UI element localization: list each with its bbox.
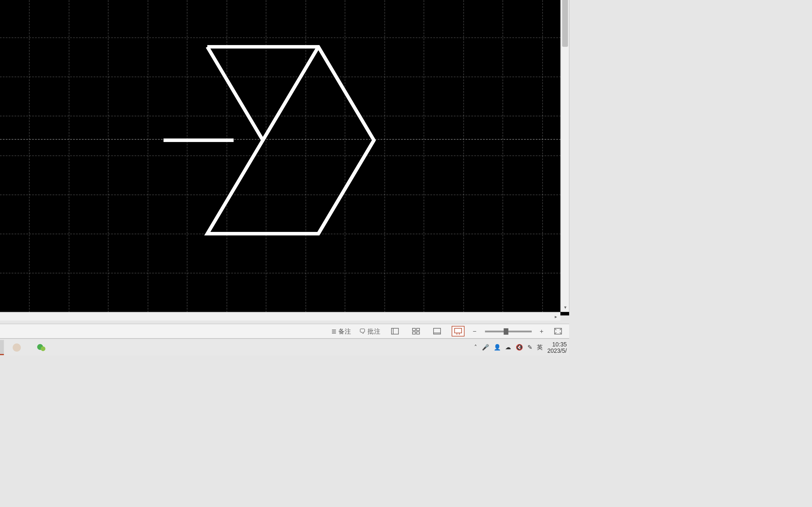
svg-point-68 <box>41 346 45 351</box>
zoom-in-button[interactable]: + <box>540 328 544 335</box>
powerpoint-taskbar-button[interactable]: P <box>0 340 4 355</box>
svg-rect-44 <box>417 332 419 334</box>
exo-logo-shape[interactable] <box>163 41 386 240</box>
app-taskbar-button-6[interactable] <box>5 340 29 355</box>
slide-canvas[interactable] <box>0 0 569 316</box>
svg-line-35 <box>263 47 318 140</box>
scroll-thumb-v[interactable] <box>562 0 568 47</box>
svg-rect-39 <box>392 328 399 334</box>
scroll-down-button[interactable]: ▾ <box>561 303 569 312</box>
tray-date[interactable]: 2023/5/ <box>547 347 567 353</box>
svg-rect-42 <box>417 328 419 331</box>
fit-to-window-button[interactable] <box>552 326 565 337</box>
svg-line-36 <box>318 140 374 233</box>
reading-view-button[interactable] <box>431 326 444 337</box>
system-tray: ˄ 🎤 👤 ☁ 🔇 ✎ 英 10:35 2023/5/ <box>474 341 567 354</box>
main-area: EXO EXO 秀珉 XIUMIN SUHO BAEK HYUN CHEN 98… <box>0 0 569 321</box>
wechat-taskbar-button[interactable] <box>30 340 53 355</box>
normal-view-button[interactable] <box>389 326 402 337</box>
svg-rect-43 <box>413 332 415 334</box>
svg-rect-41 <box>413 328 415 331</box>
slideshow-view-button[interactable] <box>452 326 465 337</box>
sorter-view-button[interactable] <box>410 326 423 337</box>
comments-button[interactable]: 🗨 批注 <box>359 327 380 335</box>
canvas-area: 1615141312111098765432101234567891011121… <box>0 0 569 321</box>
svg-rect-47 <box>455 328 462 333</box>
ime-indicator[interactable]: 英 <box>537 343 543 351</box>
tray-chevron-icon[interactable]: ˄ <box>474 344 477 350</box>
scroll-right-button[interactable]: ▸ <box>552 313 560 321</box>
zoom-out-button[interactable]: − <box>473 328 476 335</box>
tray-volume-icon[interactable]: 🔇 <box>516 344 523 350</box>
notes-button[interactable]: ≣ 备注 <box>331 327 351 335</box>
tray-icon-3[interactable]: ☁ <box>505 344 511 350</box>
scrollbar-horizontal[interactable]: ◂ ▸ <box>0 312 560 321</box>
status-bar: 张，共 25 张 中文(简体，中国大陆) 辅助功能: 调查 ≣ 备注 🗨 批注 … <box>0 324 569 338</box>
tray-time[interactable]: 10:35 <box>547 341 567 347</box>
windows-taskbar: W P ˄ 🎤 👤 ☁ 🔇 ✎ 英 10:35 2023/5/ <box>0 338 569 356</box>
tray-icon-1[interactable]: 🎤 <box>482 344 489 350</box>
tray-icon-2[interactable]: 👤 <box>494 344 501 350</box>
zoom-slider-thumb[interactable] <box>504 328 508 334</box>
zoom-slider[interactable] <box>485 330 531 332</box>
svg-point-66 <box>13 343 21 351</box>
tray-icon-4[interactable]: ✎ <box>527 344 532 350</box>
scrollbar-vertical[interactable]: ▴ ▾ <box>560 0 569 312</box>
